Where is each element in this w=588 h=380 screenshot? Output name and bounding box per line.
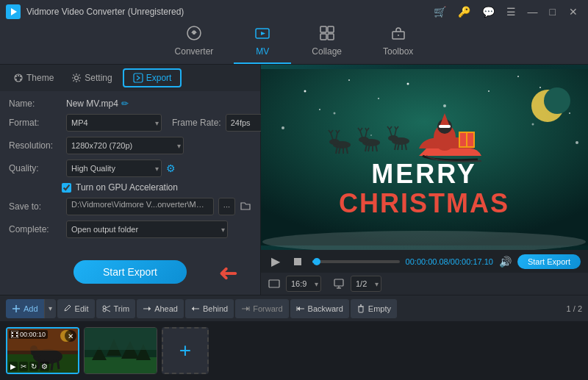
- close-button[interactable]: ✕: [564, 4, 582, 19]
- forward-label: Forward: [253, 304, 282, 313]
- minimize-icon[interactable]: —: [525, 4, 541, 19]
- svg-point-25: [517, 76, 519, 77]
- svg-rect-119: [11, 331, 18, 338]
- add-button[interactable]: Add: [6, 299, 44, 318]
- scissors-icon: [102, 304, 111, 313]
- quality-settings-button[interactable]: ⚙: [166, 162, 176, 174]
- menu-icon[interactable]: ☰: [503, 4, 519, 19]
- svg-point-15: [20, 76, 21, 77]
- chat-icon[interactable]: 💬: [479, 4, 498, 19]
- name-row: Name: New MV.mp4 ✏: [9, 98, 251, 109]
- cart-icon[interactable]: 🛒: [431, 4, 449, 19]
- theme-button[interactable]: Theme: [6, 70, 61, 86]
- progress-bar[interactable]: [312, 260, 400, 263]
- theme-label: Theme: [26, 73, 54, 83]
- clip-rotate-icon[interactable]: ↻: [29, 362, 38, 371]
- right-panel: MERRY CHRISTMAS ▶ ⏹ 00:00:00.08/00:00:17…: [261, 65, 588, 295]
- complete-select[interactable]: Open output folder: [66, 221, 228, 238]
- edit-button[interactable]: Edit: [57, 299, 95, 318]
- arrow-indicator: ➜: [218, 260, 238, 288]
- quality-select[interactable]: High Quality: [66, 159, 162, 177]
- clip-cut-icon[interactable]: ✂: [19, 362, 28, 371]
- sub-nav: Theme Setting Export: [0, 65, 260, 91]
- export-button[interactable]: Export: [123, 68, 182, 87]
- app-logo: [6, 4, 21, 19]
- clip-settings-icon[interactable]: ⚙: [40, 362, 49, 371]
- svg-text:MERRY: MERRY: [371, 159, 477, 189]
- svg-text:CHRISTMAS: CHRISTMAS: [339, 188, 509, 218]
- browse-path-button[interactable]: ···: [218, 198, 235, 215]
- tab-collage[interactable]: Collage: [291, 21, 362, 64]
- svg-point-16: [15, 79, 17, 80]
- svg-point-32: [334, 112, 336, 115]
- svg-point-24: [407, 83, 409, 85]
- svg-point-3: [193, 32, 196, 35]
- window-controls: 🛒 🔑 💬 ☰ — □ ✕: [431, 4, 582, 19]
- add-clip-label: +: [179, 339, 191, 362]
- svg-rect-7: [328, 26, 334, 32]
- film-icon: [11, 331, 18, 338]
- edit-label: Edit: [75, 304, 89, 313]
- top-nav: Converter MV Collage: [0, 24, 588, 65]
- svg-point-35: [576, 141, 578, 144]
- gpu-label[interactable]: Turn on GPU Acceleration: [76, 182, 178, 193]
- svg-point-92: [103, 309, 106, 312]
- stop-button[interactable]: ⏹: [289, 254, 306, 270]
- preview-export-button[interactable]: Start Export: [517, 254, 581, 269]
- svg-point-33: [443, 104, 446, 107]
- trim-button[interactable]: Trim: [96, 299, 136, 318]
- key-icon[interactable]: 🔑: [455, 4, 473, 19]
- gpu-checkbox[interactable]: [62, 183, 71, 193]
- clip-item-1[interactable]: 00:00:10 ▶ ✂ ↻ ⚙ ✕: [6, 327, 79, 374]
- svg-rect-121: [12, 335, 13, 337]
- clip-1-time: 00:00:10: [20, 331, 46, 338]
- preview-controls: ▶ ⏹ 00:00:00.08/00:00:17.10 🔊 Start Expo…: [261, 250, 588, 273]
- add-dropdown-arrow[interactable]: ▾: [44, 299, 56, 318]
- page-select[interactable]: 1/2: [351, 276, 381, 292]
- backward-button[interactable]: Backward: [290, 299, 349, 318]
- time-display: 00:00:00.08/00:00:17.10: [406, 257, 493, 266]
- tab-mv[interactable]: MV: [234, 21, 291, 64]
- svg-point-13: [15, 76, 17, 77]
- resolution-select[interactable]: 1280x720 (720p): [66, 137, 184, 154]
- open-folder-button[interactable]: [240, 200, 251, 214]
- clip-play-icon[interactable]: ▶: [9, 362, 18, 371]
- add-group: Add ▾: [6, 299, 56, 318]
- export-label: Export: [146, 73, 172, 83]
- svg-point-18: [75, 76, 79, 80]
- quality-label: Quality:: [9, 163, 62, 173]
- converter-icon: [186, 25, 202, 45]
- aspect-ratio-select[interactable]: 16:9 4:3 1:1: [286, 276, 321, 292]
- collage-icon: [319, 25, 335, 45]
- save-to-path: D:\Vidmore\Vidmore V...onverter\MV Expor…: [66, 198, 214, 215]
- clip-item-2[interactable]: [84, 327, 157, 374]
- settings-form: Name: New MV.mp4 ✏ Format: MP4 Frame Rat…: [0, 91, 260, 253]
- frame-rate-label: Frame Rate:: [172, 118, 221, 128]
- svg-point-28: [539, 87, 541, 88]
- setting-button[interactable]: Setting: [64, 70, 119, 86]
- empty-button[interactable]: Empty: [351, 299, 397, 318]
- start-export-button[interactable]: Start Export: [74, 260, 187, 284]
- play-button[interactable]: ▶: [268, 253, 283, 270]
- svg-rect-9: [328, 34, 334, 40]
- aspect-ratio-wrapper: 16:9 4:3 1:1: [286, 276, 321, 292]
- edit-name-icon[interactable]: ✏: [121, 98, 129, 109]
- behind-button[interactable]: Behind: [185, 299, 234, 318]
- time-current: 00:00:00.08: [406, 257, 448, 266]
- gear-icon: [71, 73, 82, 83]
- clip-2-thumbnail: [85, 328, 157, 374]
- clip-1-close[interactable]: ✕: [65, 330, 76, 342]
- forward-button[interactable]: Forward: [235, 299, 288, 318]
- svg-rect-8: [320, 34, 326, 40]
- svg-marker-103: [297, 306, 300, 311]
- format-label: Format:: [9, 118, 62, 128]
- tab-toolbox[interactable]: Toolbox: [362, 21, 434, 64]
- add-clip-button[interactable]: +: [162, 327, 209, 374]
- backward-icon: [296, 304, 305, 313]
- add-label: Add: [24, 304, 38, 313]
- volume-icon[interactable]: 🔊: [499, 256, 512, 268]
- ahead-button[interactable]: Ahead: [137, 299, 184, 318]
- tab-converter[interactable]: Converter: [154, 21, 234, 64]
- maximize-icon[interactable]: □: [547, 4, 559, 19]
- format-select[interactable]: MP4: [66, 114, 162, 132]
